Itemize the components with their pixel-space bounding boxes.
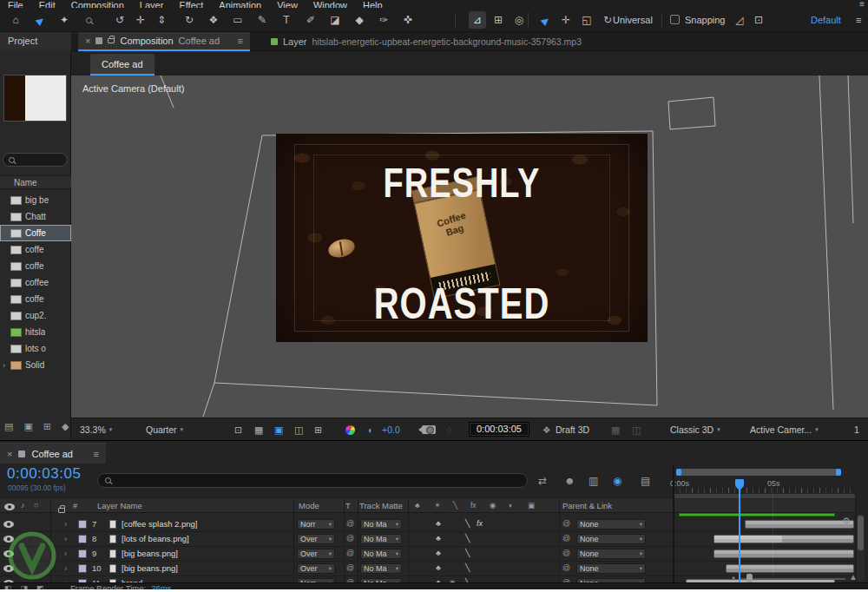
track-matte-select[interactable]: No Ma▾ — [360, 534, 402, 544]
track-matte-select[interactable]: No Ma▾ — [360, 563, 402, 574]
menu-layer[interactable]: Layer — [132, 0, 172, 8]
brush-tool-icon[interactable]: ✐ — [302, 11, 319, 29]
blend-mode-select[interactable]: Norr▾ — [297, 519, 335, 530]
parent-select[interactable]: None▾ — [576, 534, 646, 544]
timeline-zoom-control[interactable]: ▲ ▲ — [731, 571, 858, 583]
project-item-big-be[interactable]: big be — [0, 192, 71, 208]
orbit-camera-tool-icon[interactable]: ↺ — [111, 11, 128, 29]
layer-row-8[interactable]: ›8[lots of beans.png]Over▾@No Ma▾♣╲@None… — [0, 532, 856, 547]
world-axis-mode-icon[interactable]: ⊞ — [490, 11, 507, 29]
zoom-slider-track[interactable] — [740, 578, 845, 580]
project-item-coffe[interactable]: Coffe — [0, 225, 71, 241]
gear-icon[interactable]: ⚙ — [842, 516, 851, 527]
layer-label-chip[interactable] — [78, 535, 87, 543]
navigator-handle-left[interactable] — [676, 469, 681, 476]
graph-editor-icon[interactable]: ▤ — [641, 475, 650, 487]
current-time-indicator[interactable] — [739, 479, 740, 583]
project-item-lots-o[interactable]: lots o — [0, 340, 71, 357]
roi-icon[interactable]: ⊡ — [234, 418, 242, 441]
timeline-search-input[interactable] — [97, 473, 528, 488]
renderer-select[interactable]: Classic 3D▾ — [670, 418, 720, 441]
new-composition-icon[interactable]: ⊞ — [43, 421, 51, 432]
menu-composition[interactable]: Composition — [63, 0, 132, 8]
snap-options-icon[interactable]: ⊡ — [750, 11, 767, 29]
layer-row-7[interactable]: ›7[coffee splash 2.png]Norr▾@No Ma▾♣╲fx@… — [0, 517, 856, 532]
home-icon[interactable]: ⌂ — [7, 11, 24, 29]
view-axis-mode-icon[interactable]: ◎ — [510, 11, 528, 29]
gizmo-scale-icon[interactable]: ◱ — [578, 11, 595, 29]
parent-pickwhip-icon[interactable]: @ — [562, 519, 570, 528]
shy-icon[interactable]: ♣ — [436, 563, 441, 572]
layer-duration-bar[interactable] — [713, 535, 854, 543]
magnification-select[interactable]: 33.3%▾ — [80, 418, 112, 441]
exposure-value[interactable]: +0.0 — [382, 418, 400, 441]
trackmatte-pickwhip-icon[interactable]: @ — [346, 534, 354, 543]
menu-edit[interactable]: Edit — [31, 0, 63, 8]
gizmo-select-icon[interactable]: ▶ — [536, 11, 554, 29]
eraser-tool-icon[interactable]: ◆ — [351, 11, 368, 29]
parent-select[interactable]: None▾ — [576, 519, 646, 530]
dolly-camera-tool-icon[interactable]: ⇕ — [153, 11, 170, 29]
menu-animation[interactable]: Animation — [211, 0, 269, 8]
column-layer-name[interactable]: Layer Name — [97, 501, 142, 510]
project-item-coffe[interactable]: coffe — [0, 241, 71, 258]
close-icon[interactable]: × — [85, 36, 90, 46]
layer-row-10[interactable]: ›10[big beans.png]Over▾@No Ma▾♣╲@None▾ — [0, 562, 856, 576]
project-item-solid[interactable]: ›Solid — [0, 357, 71, 373]
vertical-scrollbar[interactable] — [857, 514, 865, 582]
composition-canvas[interactable]: FRESHLY Coffee Bag ROASTED — [276, 134, 648, 342]
zoom-tool-icon[interactable] — [80, 11, 97, 29]
clone-stamp-tool-icon[interactable]: ◪ — [326, 11, 344, 29]
delete-icon[interactable]: ◆ — [62, 421, 69, 432]
shape-tool-icon[interactable]: ▭ — [229, 11, 247, 29]
menu-help[interactable]: Help — [355, 0, 391, 8]
local-axis-mode-icon[interactable]: ⊿ — [469, 11, 486, 29]
viewer-tab-coffee-ad[interactable]: Coffee ad — [90, 54, 155, 76]
trackmatte-pickwhip-icon[interactable]: @ — [346, 563, 354, 572]
snap-to-edges-icon[interactable]: ◿ — [731, 11, 748, 29]
fx-badge[interactable]: fx — [477, 519, 483, 528]
project-item-hitsla[interactable]: hitsla — [0, 324, 71, 340]
work-area-bar[interactable] — [674, 494, 855, 498]
blend-mode-select[interactable]: Over▾ — [297, 549, 335, 559]
layer-name[interactable]: [big beans.png] — [122, 563, 178, 573]
layer-row-9[interactable]: ›9[big beans.png]Over▾@No Ma▾♣╲@None▾ — [0, 547, 856, 562]
quality-icon[interactable]: ╲ — [465, 534, 470, 543]
parent-pickwhip-icon[interactable]: @ — [562, 534, 570, 543]
parent-pickwhip-icon[interactable]: @ — [562, 549, 570, 557]
project-item-coffee[interactable]: coffee — [0, 274, 71, 291]
threed-column-icon[interactable]: ▣ — [528, 501, 535, 510]
parent-select[interactable]: None▾ — [576, 563, 646, 574]
quality-icon[interactable]: ╲ — [465, 549, 470, 557]
resolution-select[interactable]: Quarter▾ — [146, 418, 183, 441]
shy-icon[interactable]: ♣ — [436, 519, 441, 528]
new-folder-icon[interactable]: ▣ — [23, 421, 32, 432]
gizmo-position-icon[interactable]: ✛ — [557, 11, 575, 29]
camera-icon[interactable] — [422, 425, 436, 434]
snapshot-icon[interactable]: ◌ — [446, 418, 451, 441]
layer-name[interactable]: [lots of beans.png] — [122, 534, 189, 543]
close-icon[interactable]: × — [7, 449, 12, 459]
guides-options-icon[interactable]: ◫ — [294, 418, 303, 441]
timeline-tab-coffee-ad[interactable]: × Coffee ad ≡ — [0, 443, 106, 464]
fx-column-icon[interactable]: fx — [470, 501, 477, 510]
selection-tool-icon[interactable]: ▶ — [31, 11, 49, 29]
shy-layers-toggle-icon[interactable]: ☻ — [564, 475, 575, 487]
workspace-label[interactable]: Default — [811, 8, 841, 32]
pan-behind-tool-icon[interactable]: ❖ — [205, 11, 222, 29]
project-item-coffe[interactable]: coffe — [0, 291, 71, 307]
quality-column-icon[interactable]: ╲ — [453, 501, 457, 510]
column-parent-link[interactable]: Parent & Link — [562, 501, 612, 510]
zoom-in-icon[interactable]: ▲ — [849, 572, 858, 582]
menu-view[interactable]: View — [269, 0, 306, 8]
solo-column-icon[interactable]: ○ — [34, 501, 38, 510]
layer-visibility-icon[interactable] — [3, 550, 14, 557]
navigator-handle-right[interactable] — [836, 469, 841, 476]
tab-composition[interactable]: × Composition Coffee ad ≡ — [78, 32, 250, 51]
snapshot-slot-icon[interactable]: ◫ — [632, 418, 641, 441]
current-time-display[interactable]: 0:00:03:05 — [7, 465, 81, 483]
layer-visibility-icon[interactable] — [3, 536, 14, 543]
project-name-header[interactable]: Name — [0, 175, 71, 189]
menu-effect[interactable]: Effect — [171, 0, 211, 8]
track-matte-select[interactable]: No Ma▾ — [360, 519, 402, 530]
